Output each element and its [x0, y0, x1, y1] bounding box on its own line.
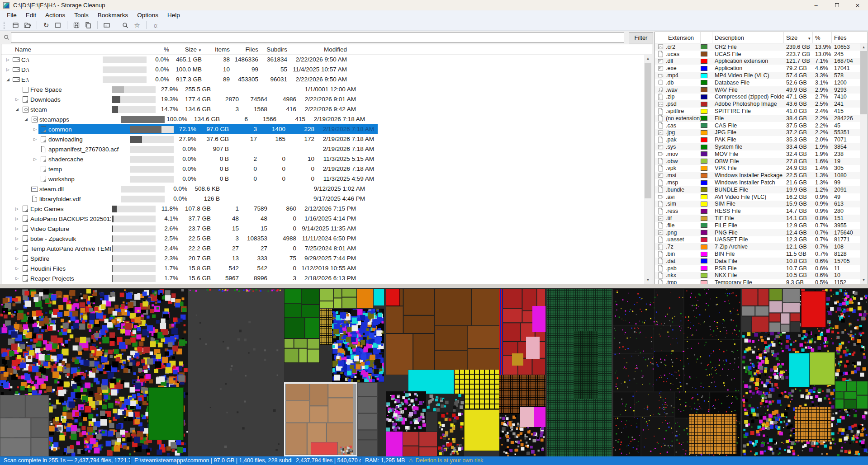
table-row[interactable]: ▷ C:\ 0.0% 465.1 GB 38 1486336 361834 2/…	[1, 55, 644, 65]
table-row[interactable]: ▷ downloading 27.9% 37.6 GB 17 165 172 2…	[1, 134, 644, 144]
expander-icon[interactable]: ▷	[1, 94, 20, 104]
list-item[interactable]: .png PNG File 12.4 GB 0.7% 175640	[655, 229, 860, 236]
list-item[interactable]: .bundle BUNDLE File 19.9 GB 1.2% 2091	[655, 186, 860, 193]
table-row[interactable]: ◢ steam 14.7% 134.6 GB 3 1568 416 2/22/2…	[1, 104, 644, 114]
expander-icon[interactable]: ▷	[1, 254, 20, 263]
list-item[interactable]: .nkx NKX File 10.5 GB 0.6% 10	[655, 272, 860, 279]
list-item[interactable]: .sim SIM File 15.9 GB 0.9% 613	[655, 201, 860, 208]
scroll-down-icon[interactable]: ▼	[860, 276, 868, 284]
column-header-size[interactable]: Size▼	[173, 44, 205, 54]
table-row[interactable]: ▷ common 72.1% 97.0 GB 3 1400 228 2/19/2…	[1, 124, 644, 134]
expander-icon[interactable]: ▷	[1, 224, 20, 234]
list-item[interactable]: .ress RESS File 14.7 GB 0.9% 280	[655, 207, 860, 215]
scroll-up-icon[interactable]: ▲	[644, 55, 652, 62]
list-item[interactable]: .uasset UASSET File 12.3 GB 0.7% 81771	[655, 236, 860, 244]
table-row[interactable]: ▷ Reaper Projects 1.7% 15.6 GB 5967 8996…	[1, 273, 644, 283]
tree-scrollbar[interactable]: ▲ ▼	[644, 55, 652, 284]
list-item[interactable]: .spitfire SPITFIRE File 41.0 GB 2.4% 415	[655, 108, 860, 115]
column-header-color[interactable]	[701, 32, 712, 43]
refresh-button[interactable]: ↻	[40, 20, 52, 30]
expander-icon[interactable]: ▷	[1, 214, 20, 224]
list-item[interactable]: .avi AVI Video File (VLC) 16.2 GB 0.9% 4…	[655, 193, 860, 201]
extension-scrollbar[interactable]: ▲ ▼	[860, 43, 868, 284]
expander-icon[interactable]: ▷	[1, 134, 38, 144]
list-item[interactable]: .obw OBW File 27.8 GB 1.6% 19	[655, 158, 860, 165]
rate-options-button[interactable]: ☆	[131, 20, 143, 30]
treemap-canvas[interactable]	[0, 288, 868, 456]
list-item[interactable]: .ucas UCAS File 223.7 GB 13.0% 245	[655, 51, 860, 58]
copy-button[interactable]	[82, 20, 94, 30]
open-folder-button[interactable]	[22, 20, 33, 30]
table-row[interactable]: libraryfolder.vdf 0.0% 126 B 9/17/2025 4…	[1, 194, 644, 204]
table-row[interactable]: ▷ D:\ 0.0% 100.0 MB 10 99 55 11/4/2025 1…	[1, 65, 644, 75]
list-item[interactable]: .jpg JPG File 37.2 GB 2.2% 55351	[655, 129, 860, 136]
expander-icon[interactable]: ◢	[1, 75, 11, 85]
list-item[interactable]: .exe Application 79.2 GB 4.6% 17041	[655, 65, 860, 72]
search-input[interactable]	[11, 33, 624, 43]
list-item[interactable]: .pak PAK File 35.3 GB 2.0% 7071	[655, 136, 860, 143]
column-header-ext-files[interactable]: Files	[832, 32, 861, 43]
table-row[interactable]: ▷ shadercache 0.0% 0 B 2 0 10 11/3/2025 …	[1, 154, 644, 164]
list-item[interactable]: .cr2 CR2 File 239.6 GB 13.9% 10653	[655, 43, 860, 51]
list-item[interactable]: .db Database File 52.6 GB 3.1% 1200	[655, 79, 860, 86]
column-header-ext-size[interactable]: Size▼	[784, 32, 813, 43]
table-row[interactable]: ◢ E:\ 0.0% 917.3 GB 89 453305 96031 2/22…	[1, 75, 644, 85]
menu-item[interactable]: Help	[163, 10, 185, 20]
menu-item[interactable]: Tools	[70, 10, 93, 20]
list-item[interactable]: .mp4 MP4 Video File (VLC) 57.4 GB 3.3% 5…	[655, 72, 860, 79]
list-item[interactable]: .tmp Temporary File 9.3 GB 0.5% 1152	[655, 279, 860, 284]
scroll-up-icon[interactable]: ▲	[860, 43, 868, 51]
list-item[interactable]: .7z 7-Zip Archive 12.1 GB 0.7% 108	[655, 243, 860, 250]
expander-icon[interactable]: ▷	[1, 234, 20, 244]
minimize-icon[interactable]: –	[806, 0, 826, 10]
list-item[interactable]: .msi Windows Installer Package 22.5 GB 1…	[655, 172, 860, 179]
column-header-files[interactable]: Files	[233, 44, 262, 54]
scrollbar-thumb[interactable]	[860, 51, 867, 114]
table-row[interactable]: workshop 0.0% 0 B 0 0 0 11/3/2025 4:59 A…	[1, 174, 644, 184]
list-item[interactable]: .psd Adobe Photoshop Image 43.6 GB 2.5% …	[655, 100, 860, 108]
list-item[interactable]: .wav WAV File 49.9 GB 2.9% 9293	[655, 86, 860, 94]
column-header-subdirs[interactable]: Subdirs	[262, 44, 291, 54]
column-header-items[interactable]: Items	[205, 44, 233, 54]
expander-icon[interactable]: ▷	[1, 55, 11, 65]
filter-button[interactable]: Filter	[629, 32, 653, 43]
scrollbar-thumb[interactable]	[645, 63, 651, 198]
column-header-extension[interactable]: Extension	[655, 32, 701, 43]
stop-button[interactable]	[52, 20, 64, 30]
table-row[interactable]: ▷ Video Capture 2.6% 23.7 GB 15 15 0 9/1…	[1, 224, 644, 234]
table-row[interactable]: ▷ Spitfire 2.3% 20.7 GB 13 333 75 9/29/2…	[1, 254, 644, 263]
expander-icon[interactable]: ▷	[1, 244, 20, 254]
treemap-toggle-button[interactable]	[101, 20, 113, 30]
scroll-down-icon[interactable]: ▼	[644, 276, 652, 284]
table-row[interactable]: ▷ Houdini Files 1.7% 15.8 GB 542 542 0 1…	[1, 263, 644, 273]
menu-item[interactable]: File	[2, 10, 21, 20]
table-row[interactable]: ▷ Temp AutoPano Archive TEMP 2.4% 22.2 G…	[1, 244, 644, 254]
list-item[interactable]: .msp Windows Installer Patch 21.6 GB 1.3…	[655, 179, 860, 186]
column-header-modified[interactable]: Modified	[291, 44, 351, 54]
expander-icon[interactable]: ◢	[1, 114, 29, 124]
table-row[interactable]: ▷ AutoPano BACKUPS 20250116 4.1% 37.7 GB…	[1, 214, 644, 224]
menu-item[interactable]: Options	[133, 10, 163, 20]
table-row[interactable]: temp 0.0% 0 B 0 0 0 2/19/2026 7:18 AM	[1, 164, 644, 174]
expander-icon[interactable]: ▷	[1, 65, 11, 75]
column-header-percent[interactable]: %	[147, 44, 173, 54]
table-row[interactable]: Free Space 27.9% 255.5 GB 1/1/0001 12:00…	[1, 85, 644, 94]
list-item[interactable]: .file FILE File 12.9 GB 0.7% 3955	[655, 222, 860, 229]
toolbar-grip-handle[interactable]	[4, 22, 7, 29]
expander-icon[interactable]: ▷	[1, 273, 20, 283]
list-item[interactable]: .dat Data File 10.8 GB 0.6% 15705	[655, 258, 860, 265]
brightness-button[interactable]: ☼	[150, 20, 161, 30]
list-item[interactable]: .vpk VPK File 24.9 GB 1.4% 305	[655, 165, 860, 172]
column-header-name[interactable]: Name	[1, 44, 102, 54]
list-item[interactable]: .bin BIN File 11.5 GB 0.7% 8128	[655, 250, 860, 258]
select-drive-button[interactable]	[10, 20, 22, 30]
splitter-handle[interactable]	[0, 284, 868, 288]
restore-icon[interactable]	[826, 0, 847, 10]
column-header-ext-percent[interactable]: %	[813, 32, 832, 43]
table-row[interactable]: ▷ Downloads 19.3% 177.4 GB 2870 74564 49…	[1, 94, 644, 104]
menu-item[interactable]: Edit	[21, 10, 41, 20]
list-item[interactable]: (no extension) File 38.4 GB 2.2% 284226	[655, 115, 860, 122]
list-item[interactable]: .psb PSB File 10.7 GB 0.6% 11	[655, 265, 860, 272]
menu-item[interactable]: Actions	[41, 10, 70, 20]
close-icon[interactable]: ×	[847, 0, 868, 10]
